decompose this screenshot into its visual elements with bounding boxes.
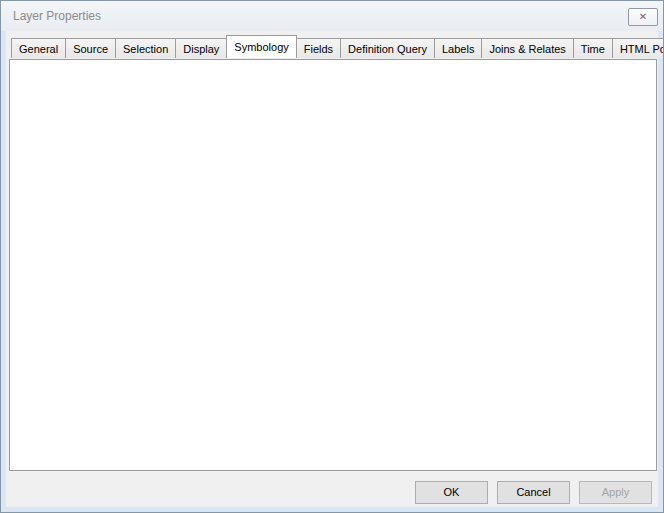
tab-display[interactable]: Display <box>175 38 227 58</box>
tab-general[interactable]: General <box>11 38 66 58</box>
tab-html-popup[interactable]: HTML Popup <box>612 38 664 58</box>
tab-time[interactable]: Time <box>573 38 613 58</box>
apply-button: Apply <box>579 481 652 504</box>
dialog-title: Layer Properties <box>13 9 101 23</box>
tab-joins-relates[interactable]: Joins & Relates <box>481 38 573 58</box>
tab-definition-query[interactable]: Definition Query <box>340 38 435 58</box>
tab-source[interactable]: Source <box>65 38 116 58</box>
tab-selection[interactable]: Selection <box>115 38 176 58</box>
ok-button[interactable]: OK <box>415 481 488 504</box>
layer-properties-dialog: Layer Properties ✕ GeneralSourceSelectio… <box>0 0 664 513</box>
close-icon[interactable]: ✕ <box>628 8 658 26</box>
tab-symbology[interactable]: Symbology <box>226 35 296 58</box>
tab-strip: GeneralSourceSelectionDisplaySymbologyFi… <box>11 38 664 60</box>
symbology-tab-page <box>9 59 657 471</box>
cancel-button[interactable]: Cancel <box>497 481 570 504</box>
title-bar[interactable]: Layer Properties ✕ <box>1 1 663 31</box>
tab-labels[interactable]: Labels <box>434 38 482 58</box>
tab-fields[interactable]: Fields <box>296 38 341 58</box>
